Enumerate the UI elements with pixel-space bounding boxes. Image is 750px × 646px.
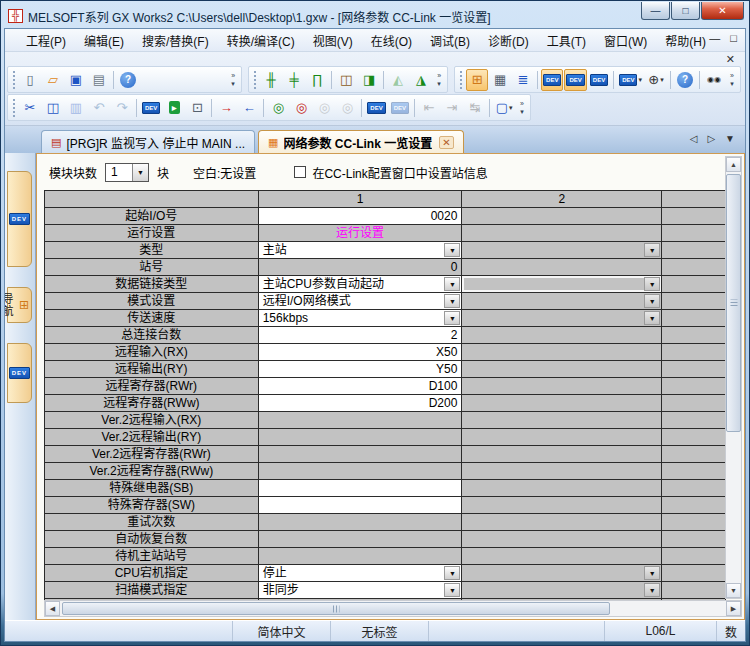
document-tab-2[interactable]: ▦网络参数 CC-Link 一览设置✕ (258, 130, 463, 153)
menu-item-find-replace[interactable]: 搜索/替换(F) (133, 30, 218, 51)
row-value-cell[interactable] (259, 497, 463, 514)
device-monitor-icon[interactable]: DEV (365, 97, 387, 119)
output-window-icon[interactable]: ≣ (512, 69, 534, 91)
sidebar-tab-navigation[interactable]: ⊞导航 (7, 287, 32, 323)
menu-item-diagnostics[interactable]: 诊断(D) (479, 30, 538, 51)
cross-reference-window-icon[interactable]: DEV (588, 69, 610, 91)
menu-item-online[interactable]: 在线(O) (362, 30, 421, 51)
menu-item-convert-compile[interactable]: 转换/编译(C) (218, 30, 304, 51)
row-value-cell[interactable]: 0020 (259, 208, 463, 225)
dropdown-arrow-icon[interactable]: ▼ (644, 277, 660, 291)
row-column2-cell[interactable]: ▼ (462, 293, 662, 310)
checkbox-icon[interactable] (294, 166, 306, 178)
row-value-cell[interactable]: 停止▼ (259, 565, 463, 582)
row-column2-cell[interactable]: ▼ (462, 276, 662, 293)
row-value-cell[interactable] (259, 480, 463, 497)
toolbar-grip-handle[interactable] (11, 71, 15, 89)
horizontal-scrollbar[interactable]: ◀ ▶ (44, 600, 742, 617)
close-button[interactable]: ✕ (701, 2, 744, 20)
stop-monitoring-icon[interactable]: ◎ (290, 97, 312, 119)
change-current-value-icon[interactable]: ◮ (410, 69, 432, 91)
row-value-cell[interactable]: 156kbps▼ (259, 310, 463, 327)
sampling-trace-icon[interactable]: ◨ (358, 69, 380, 91)
help-icon[interactable]: ? (117, 69, 139, 91)
statement-icon[interactable]: ▸ (163, 97, 185, 119)
scroll-left-icon[interactable]: ◀ (45, 601, 60, 616)
tab-close-icon[interactable]: ✕ (439, 136, 453, 149)
device-comment-icon[interactable]: DEV (140, 97, 162, 119)
toolbar-grip-handle[interactable] (11, 99, 15, 117)
print-icon[interactable]: ▤ (88, 69, 110, 91)
write-to-plc-icon[interactable]: → (215, 97, 237, 119)
function-block-window-icon[interactable]: ▦ (489, 69, 511, 91)
open-project-icon[interactable]: ▱ (42, 69, 64, 91)
menu-item-edit[interactable]: 编辑(E) (75, 30, 133, 51)
menu-item-help[interactable]: 帮助(H) (656, 30, 715, 51)
scroll-down-icon[interactable]: ▼ (726, 583, 741, 598)
ladder-pulse-icon[interactable]: ∏ (306, 69, 328, 91)
tab-scroll-right-icon[interactable]: ▷ (707, 133, 715, 144)
menu-item-tools[interactable]: 工具(T) (538, 30, 595, 51)
monitor-start-icon[interactable]: ╫ (260, 69, 282, 91)
row-column2-cell[interactable]: ▼ (462, 565, 662, 582)
row-value-cell[interactable]: X50 (259, 344, 463, 361)
toolbar-overflow-button[interactable]: »▾ (516, 96, 528, 120)
maximize-button[interactable]: □ (671, 2, 700, 20)
device-batch-window-icon[interactable]: DEV (564, 69, 586, 91)
dropdown-arrow-icon[interactable]: ▼ (444, 583, 460, 597)
device-test-icon[interactable]: ◫ (335, 69, 357, 91)
cclink-config-checkbox[interactable]: 在CC-Link配置窗口中设置站信息 (294, 164, 487, 181)
dropdown-arrow-icon[interactable]: ▼ (444, 277, 460, 291)
row-value-cell[interactable]: 主站CPU参数自动起动▼ (259, 276, 463, 293)
cut-icon[interactable]: ✂ (19, 97, 41, 119)
dropdown-arrow-icon[interactable]: ▼ (644, 566, 660, 580)
menu-item-view[interactable]: 视图(V) (304, 30, 362, 51)
copy-icon[interactable]: ◫ (42, 97, 64, 119)
tab-list-icon[interactable]: ▼ (725, 133, 735, 144)
toolbar-overflow-button[interactable]: »▾ (433, 68, 445, 92)
menu-item-project[interactable]: 工程(P) (17, 30, 75, 51)
save-project-icon[interactable]: ▣ (65, 69, 87, 91)
find-icon[interactable]: ◉◉ (703, 69, 725, 91)
row-value-cell[interactable]: 非同步▼ (259, 582, 463, 599)
dropdown-arrow-icon[interactable]: ▼ (644, 294, 660, 308)
mdi-close-button[interactable]: ✕ (726, 53, 735, 66)
row-value-cell[interactable]: Y50 (259, 361, 463, 378)
chevron-down-icon[interactable]: ▼ (132, 164, 148, 181)
dropdown-arrow-icon[interactable]: ▼ (444, 294, 460, 308)
dropdown-arrow-icon[interactable]: ▼ (444, 311, 460, 325)
dropdown-arrow-icon[interactable]: ▼ (644, 311, 660, 325)
new-project-icon[interactable]: ▯ (19, 69, 41, 91)
dropdown-arrow-icon[interactable]: ▼ (644, 583, 660, 597)
row-value-cell[interactable]: D100 (259, 378, 463, 395)
mdi-restore-button[interactable]: □ (730, 32, 737, 44)
help-balloon-icon[interactable]: ? (674, 69, 696, 91)
device-use-list-window-icon[interactable]: DEV (541, 69, 563, 91)
horizontal-scrollbar-thumb[interactable] (62, 602, 610, 615)
row-value-cell[interactable]: 运行设置 (259, 225, 463, 242)
row-value-cell[interactable]: D200 (259, 395, 463, 412)
row-value-cell[interactable]: 2 (259, 327, 463, 344)
dropdown-arrow-icon[interactable]: ▼ (644, 243, 660, 257)
dropdown-arrow-icon[interactable]: ▼ (444, 243, 460, 257)
row-column2-cell[interactable]: ▼ (462, 582, 662, 599)
dropdown-arrow-icon[interactable]: ▼ (444, 566, 460, 580)
row-column2-cell[interactable]: ▼ (462, 310, 662, 327)
toolbar-grip-handle[interactable] (252, 71, 256, 89)
menu-item-debug[interactable]: 调试(B) (421, 30, 479, 51)
row-value-cell[interactable]: 主站▼ (259, 242, 463, 259)
row-column2-cell[interactable]: ▼ (462, 242, 662, 259)
sidebar-tab-cross-reference[interactable]: DEV交叉参照 (7, 343, 32, 403)
vertical-scrollbar-thumb[interactable] (726, 174, 741, 432)
navigation-window-icon[interactable]: ⊞ (466, 69, 488, 91)
menu-item-window[interactable]: 窗口(W) (595, 30, 656, 51)
remote-operation-icon[interactable]: ▢▾ (493, 97, 515, 119)
module-count-select[interactable]: 1 ▼ (105, 163, 149, 182)
tab-scroll-left-icon[interactable]: ◁ (690, 133, 698, 144)
device-display-icon[interactable]: DEV▾ (617, 69, 644, 91)
minimize-button[interactable]: — (641, 2, 670, 20)
scroll-right-icon[interactable]: ▶ (726, 601, 741, 616)
vertical-scrollbar[interactable]: ▲ ▼ (725, 156, 742, 599)
toolbar-grip-handle[interactable] (458, 71, 462, 89)
toolbar-overflow-button[interactable]: »▾ (227, 68, 239, 92)
